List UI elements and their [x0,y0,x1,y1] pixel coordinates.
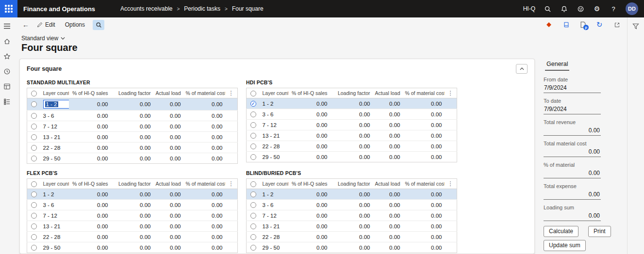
grid-row[interactable]: 13 - 210.000.000.000.00 [27,132,238,143]
grid-row[interactable]: 1 - 20.000.000.000.00 [247,189,457,200]
column-header[interactable]: Actual load [373,88,403,98]
app-launcher-waffle-icon[interactable] [0,0,17,17]
row-selected-check-icon[interactable]: ✓ [250,101,256,107]
field-value[interactable]: 7/9/2024 [544,84,601,93]
grid-cell[interactable]: 0.00 [373,200,403,210]
grid-row[interactable]: ✓1 - 20.000.000.000.00 [247,98,457,109]
feedback-smiley-icon[interactable] [576,4,585,13]
grid-cell[interactable]: 0.00 [111,242,153,253]
grid-row[interactable]: 13 - 210.000.000.000.00 [247,130,457,141]
layer-count-cell[interactable]: 13 - 21 [260,130,288,141]
recent-clock-icon[interactable] [2,66,12,76]
grid-cell[interactable]: 0.00 [111,200,153,210]
column-header[interactable]: Layer count [41,88,69,98]
grid-cell[interactable]: 0.00 [373,130,403,141]
grid-cell[interactable]: 0.00 [153,242,183,253]
row-radio[interactable] [250,202,256,208]
grid-cell[interactable]: 0.00 [330,109,373,120]
grid-cell[interactable]: 0.00 [373,232,403,242]
calculate-button[interactable]: Calculate [544,226,578,237]
field-value[interactable]: 0.00 [544,190,601,200]
layer-count-cell[interactable]: 22 - 28 [260,141,288,152]
grid-cell[interactable]: 0.00 [330,98,373,109]
grid-cell[interactable]: 0.00 [330,130,373,141]
open-in-office-icon[interactable] [544,19,554,30]
grid-cell[interactable]: 0.00 [373,109,403,120]
grid-cell[interactable]: 0.00 [69,200,111,210]
app-title[interactable]: Finance and Operations [23,5,95,13]
row-radio[interactable] [31,223,37,229]
grid-row[interactable]: 7 - 120.000.000.000.00 [27,210,238,221]
grid-cell[interactable]: 0.00 [373,98,403,109]
grid-row[interactable]: 1 - 20.000.000.000.00 [27,189,238,200]
column-header[interactable]: Loading factor [111,179,153,189]
breadcrumb-item[interactable]: Accounts receivable [120,5,172,12]
grid-row[interactable]: 22 - 280.000.000.000.00 [27,232,238,242]
grid-row[interactable]: 22 - 280.000.000.000.00 [27,143,238,153]
modules-list-icon[interactable] [2,96,12,106]
layer-count-cell[interactable]: 22 - 28 [41,143,69,153]
grid-cell[interactable]: 0.00 [330,120,373,130]
grid-cell[interactable]: 0.00 [111,143,153,153]
layer-count-cell[interactable]: 1 - 2 [260,98,288,109]
row-radio[interactable] [31,134,37,140]
grid-row[interactable]: 3 - 60.000.000.000.00 [247,109,457,120]
select-all-radio[interactable] [250,91,256,96]
row-radio[interactable] [31,101,37,107]
layer-count-cell[interactable]: 29 - 50 [260,152,288,162]
grid-cell[interactable]: 0.00 [69,210,111,221]
breadcrumb-item[interactable]: Periodic tasks [184,5,220,12]
avatar[interactable]: DD [626,2,638,15]
grid-row[interactable]: 22 - 280.000.000.000.00 [247,232,457,242]
row-radio[interactable] [31,213,37,219]
grid-cell[interactable]: 0.00 [373,210,403,221]
grid-cell[interactable]: 0.00 [69,153,111,164]
grid-cell[interactable]: 0.00 [111,121,153,132]
grid-row[interactable]: 3 - 60.000.000.000.00 [27,111,238,121]
grid-cell[interactable]: 0.00 [183,121,225,132]
grid-options-icon[interactable]: ⋮ [225,88,238,98]
grid-row[interactable]: 3 - 60.000.000.000.00 [27,200,238,210]
grid-cell[interactable]: 0.00 [330,232,373,242]
filter-funnel-icon[interactable] [631,21,641,32]
grid-cell[interactable]: 0.00 [373,141,403,152]
print-button[interactable]: Print [588,226,611,237]
layer-count-cell[interactable]: 3 - 6 [41,200,69,210]
grid-cell[interactable]: 0.00 [288,130,330,141]
grid-cell[interactable]: 0.00 [183,210,225,221]
grid-cell[interactable]: 0.00 [330,221,373,232]
column-header[interactable]: Layer count [41,179,69,189]
layer-count-cell[interactable]: 7 - 12 [260,120,288,130]
layer-count-cell[interactable]: 22 - 28 [41,232,69,242]
grid-cell[interactable]: 0.00 [183,143,225,153]
grid-cell[interactable]: 0.00 [403,189,445,200]
grid-options-icon[interactable]: ⋮ [445,179,457,189]
grid-cell[interactable]: 0.00 [403,109,445,120]
grid-cell[interactable]: 0.00 [183,111,225,121]
search-icon[interactable] [543,4,552,13]
grid-cell[interactable]: 0.00 [183,200,225,210]
grid-cell[interactable]: 0.00 [373,120,403,130]
grid-cell[interactable]: 0.00 [69,121,111,132]
grid-cell[interactable]: 0.00 [403,120,445,130]
settings-gear-icon[interactable]: ⚙ [593,4,601,13]
layer-count-cell[interactable]: 3 - 6 [260,200,288,210]
layer-count-cell[interactable]: 7 - 12 [41,210,69,221]
grid-cell[interactable]: 0.00 [403,210,445,221]
grid-options-icon[interactable]: ⋮ [445,88,457,98]
row-radio[interactable] [31,245,37,251]
grid-cell[interactable]: 0.00 [288,200,330,210]
layer-count-cell[interactable]: 7 - 12 [260,210,288,221]
layer-count-cell[interactable]: 22 - 28 [260,232,288,242]
grid-row[interactable]: 29 - 500.000.000.000.00 [247,242,457,253]
row-radio[interactable] [250,154,256,160]
grid-cell[interactable]: 0.00 [403,98,445,109]
field-value[interactable]: 0.00 [544,127,601,136]
grid-cell[interactable]: 0.00 [330,210,373,221]
grid-row[interactable]: 1 - 20.000.000.000.00 [27,98,238,111]
open-in-new-window-icon[interactable] [611,19,622,30]
column-header[interactable]: Actual load [373,179,403,189]
row-radio[interactable] [250,111,256,117]
grid-row[interactable]: 13 - 210.000.000.000.00 [247,221,457,232]
row-radio[interactable] [31,156,37,161]
